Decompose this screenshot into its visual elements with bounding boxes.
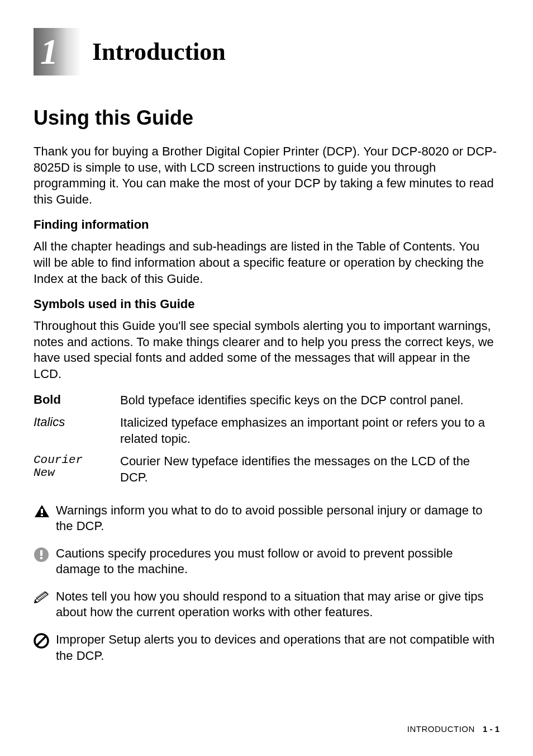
footer-page-number: 1 - 1 [483, 724, 499, 734]
warning-notice: Warnings inform you what to do to avoid … [34, 503, 499, 535]
note-notice: Notes tell you how you should respond to… [34, 589, 499, 621]
note-text: Notes tell you how you should respond to… [56, 589, 499, 621]
finding-info-text: All the chapter headings and sub-heading… [34, 239, 499, 287]
caution-icon [34, 546, 56, 565]
caution-notice: Cautions specify procedures you must fol… [34, 546, 499, 578]
chapter-number-badge: 1 [34, 28, 81, 75]
definition-desc: Bold typeface identifies specific keys o… [120, 393, 499, 409]
font-definitions-table: Bold Bold typeface identifies specific k… [34, 393, 499, 486]
improper-setup-notice: Improper Setup alerts you to devices and… [34, 632, 499, 664]
svg-line-6 [37, 636, 46, 645]
warning-icon [34, 503, 56, 521]
definition-term: Bold [34, 393, 120, 409]
definition-row-courier: Courier New Courier New typeface identif… [34, 453, 499, 485]
section-intro-text: Thank you for buying a Brother Digital C… [34, 144, 499, 207]
finding-info-title: Finding information [34, 218, 499, 232]
symbols-text: Throughout this Guide you'll see special… [34, 318, 499, 382]
footer-section-name: INTRODUCTION [407, 724, 475, 734]
chapter-title: Introduction [92, 37, 226, 66]
svg-rect-0 [41, 509, 43, 513]
caution-text: Cautions specify procedures you must fol… [56, 546, 499, 578]
courier-line2: New [34, 466, 55, 479]
svg-rect-4 [40, 557, 42, 559]
definition-term: Courier New [34, 453, 120, 485]
prohibit-icon [34, 632, 56, 651]
note-icon [34, 589, 56, 607]
page-footer: INTRODUCTION 1 - 1 [407, 724, 499, 734]
warning-text: Warnings inform you what to do to avoid … [56, 503, 499, 535]
svg-rect-3 [40, 550, 42, 556]
chapter-header: 1 Introduction [34, 28, 499, 75]
svg-rect-1 [41, 514, 43, 516]
definition-row-bold: Bold Bold typeface identifies specific k… [34, 393, 499, 409]
symbols-title: Symbols used in this Guide [34, 297, 499, 311]
section-title: Using this Guide [34, 106, 499, 130]
definition-row-italics: Italics Italicized typeface emphasizes a… [34, 415, 499, 447]
chapter-number: 1 [40, 31, 58, 73]
definition-desc: Italicized typeface emphasizes an import… [120, 415, 499, 447]
definition-desc: Courier New typeface identifies the mess… [120, 453, 499, 485]
improper-text: Improper Setup alerts you to devices and… [56, 632, 499, 664]
definition-term: Italics [34, 415, 120, 447]
courier-line1: Courier [34, 453, 83, 466]
